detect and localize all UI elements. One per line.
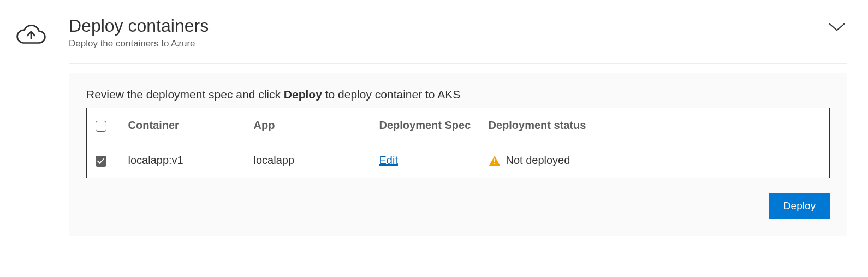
cell-status: Not deployed: [506, 154, 570, 167]
divider: [69, 63, 847, 64]
svg-rect-2: [494, 163, 495, 164]
instruction-text: Review the deployment spec and click Dep…: [86, 88, 830, 101]
select-all-checkbox[interactable]: [96, 121, 106, 132]
warning-icon: [489, 155, 501, 166]
header-container: Container: [120, 108, 245, 143]
cell-app: localapp: [245, 143, 371, 178]
deploy-button[interactable]: Deploy: [769, 193, 830, 219]
svg-rect-1: [494, 158, 495, 162]
row-checkbox[interactable]: [96, 156, 106, 167]
edit-spec-link[interactable]: Edit: [379, 154, 398, 166]
cell-container: localapp:v1: [120, 143, 245, 178]
header-app: App: [245, 108, 371, 143]
collapse-toggle[interactable]: [827, 22, 847, 33]
table-row: localapp:v1 localapp Edit: [87, 143, 830, 178]
containers-table: Container App Deployment Spec Deployment…: [86, 108, 830, 178]
page-subtitle: Deploy the containers to Azure: [69, 38, 209, 49]
cloud-upload-icon: [15, 15, 47, 49]
page-title: Deploy containers: [69, 15, 209, 36]
header-status: Deployment status: [480, 108, 830, 143]
table-header-row: Container App Deployment Spec Deployment…: [87, 108, 830, 143]
deploy-panel: Review the deployment spec and click Dep…: [69, 73, 847, 236]
header-spec: Deployment Spec: [371, 108, 480, 143]
